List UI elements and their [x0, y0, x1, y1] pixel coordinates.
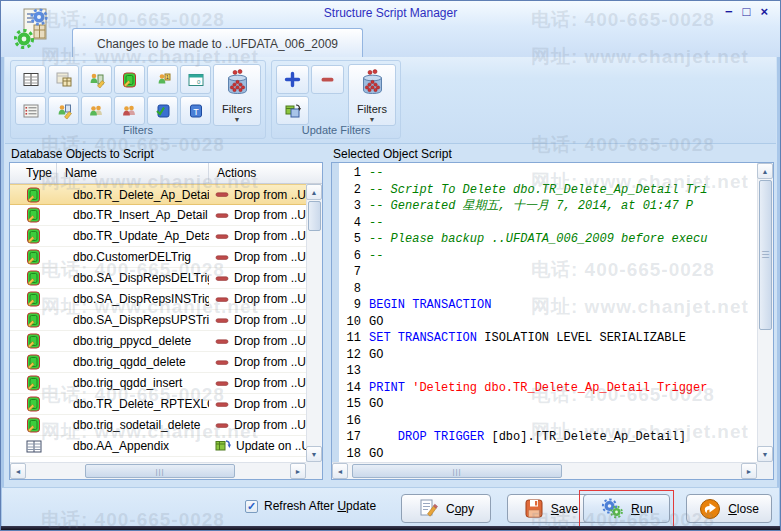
object-name: dbo.trig_qgdd_delete [57, 355, 209, 369]
update-filters-group: Filters ▼ Update Filters [271, 60, 401, 139]
user-add-filter-button[interactable]: 1 [147, 65, 178, 94]
code-line: 3-- Generated 星期五, 十一月 7, 2014, at 01:47… [339, 198, 757, 215]
table-horizontal-scrollbar[interactable]: ◄ ||| ► [10, 462, 306, 479]
object-name: dbo.SA_DispRepsDELTrig [57, 271, 209, 285]
scroll-down-arrow[interactable]: ▼ [306, 446, 322, 462]
line-number: 3 [339, 198, 361, 215]
table-row[interactable]: dbo.SA_DispRepsINSTrigDrop from ..U [10, 289, 308, 310]
tab-changes[interactable]: Changes to be made to ..UFDATA_006_2009 [72, 28, 363, 58]
view-edit-filter-button[interactable] [81, 65, 112, 94]
drop-action-icon [215, 421, 229, 430]
editor-vscroll-thumb[interactable]: ||| [759, 180, 772, 330]
cube-check-icon [155, 103, 171, 119]
users-filter-button[interactable] [81, 96, 112, 125]
trigger-type-icon [26, 187, 41, 203]
drop-action-icon [215, 316, 229, 325]
scroll-down-arrow[interactable]: ▼ [757, 446, 773, 462]
scroll-up-arrow[interactable]: ▲ [757, 163, 773, 179]
users-red-filter-button[interactable] [114, 96, 145, 125]
code-line: 1-- [339, 165, 757, 182]
table-row[interactable]: dbo.TR_Update_Ap_DetailDrop from ..U [10, 226, 308, 247]
action-label: Drop from ..U [234, 397, 306, 411]
line-number: 17 [339, 429, 361, 446]
drop-action-icon [215, 295, 229, 304]
table-new-filter-button[interactable] [48, 65, 79, 94]
cube-text-filter-button[interactable]: T [180, 96, 211, 125]
user-edit-filter-button[interactable] [48, 96, 79, 125]
tables-filter-button[interactable] [15, 65, 46, 94]
update-filters-dropdown-button[interactable]: Filters ▼ [348, 64, 396, 126]
object-name: dbo.SA_DispRepsINSTrig [57, 292, 209, 306]
column-header-actions[interactable]: Actions [209, 163, 322, 183]
table-row[interactable]: dbo.TR_Delete_Ap_DetailDrop from ..U [10, 184, 308, 205]
table-row[interactable]: dbo.CustomerDELTrigDrop from ..U [10, 247, 308, 268]
maximize-button[interactable]: □ [743, 4, 751, 20]
table-row[interactable]: dbo.trig_sodetail_deleteDrop from ..U [10, 415, 308, 436]
table-row[interactable]: dbo.TR_Insert_Ap_DetailDrop from ..U [10, 205, 308, 226]
line-number: 8 [339, 281, 361, 298]
tab-label: Changes to be made to ..UFDATA_006_2009 [97, 37, 338, 51]
table-row[interactable]: dbo.TR_Delete_RPTEXLC...Drop from ..U [10, 394, 308, 415]
close-button[interactable]: Close [686, 494, 772, 523]
scroll-up-arrow[interactable]: ▲ [306, 184, 322, 200]
add-update-filter-button[interactable] [276, 65, 309, 94]
table-vscroll-thumb[interactable] [308, 201, 321, 231]
scroll-left-arrow[interactable]: ◄ [332, 463, 348, 479]
filters-group: 10T Filters ▼ Filters [10, 60, 266, 139]
table-new-icon [56, 72, 72, 87]
cube-check-filter-button[interactable] [147, 96, 178, 125]
titlebar[interactable]: Structure Script Manager − □ × [1, 1, 780, 25]
list-filter-button[interactable] [15, 96, 46, 125]
script-editor[interactable]: 1--2-- Script To Delete dbo.TR_Delete_Ap… [331, 162, 774, 480]
table-vertical-scrollbar[interactable]: ▲ ▼ [306, 184, 322, 462]
table-row[interactable]: dbo.trig_qgdd_insertDrop from ..U [10, 373, 308, 394]
window-filter-button[interactable]: 0 [180, 65, 211, 94]
table-row[interactable]: dbo.trig_qgdd_deleteDrop from ..U [10, 352, 308, 373]
object-name: dbo.AA_Appendix [57, 439, 209, 453]
drop-action-icon [215, 190, 229, 199]
editor-horizontal-scrollbar[interactable]: ◄ ||| ► [332, 462, 757, 479]
table-row[interactable]: dbo.SA_DispRepsUPSTrigDrop from ..U [10, 310, 308, 331]
object-name: dbo.trig_ppycd_delete [57, 334, 209, 348]
database-objects-table[interactable]: Type Name Actions dbo.TR_Delete_Ap_Detai… [9, 162, 323, 480]
object-name: dbo.SA_DispRepsUPSTrig [57, 313, 209, 327]
code-line: 5-- Please backup ..UFDATA_006_2009 befo… [339, 231, 757, 248]
table-row[interactable]: dbo.trig_ppycd_deleteDrop from ..U [10, 331, 308, 352]
trigger-type-icon [26, 396, 41, 412]
table-row[interactable]: dbo.AA_AppendixUpdate on ..U [10, 436, 308, 457]
minimize-button[interactable]: − [725, 4, 733, 20]
scroll-right-arrow[interactable]: ► [290, 463, 306, 479]
window-bottom-edge [1, 526, 780, 530]
svg-text:1: 1 [166, 73, 169, 79]
action-label: Drop from ..U [234, 376, 306, 390]
copy-update-filter-button[interactable] [276, 96, 309, 125]
scroll-left-arrow[interactable]: ◄ [10, 463, 26, 479]
line-number: 6 [339, 248, 361, 265]
line-number: 16 [339, 413, 361, 430]
copy-button[interactable]: Copy [401, 494, 491, 523]
list-icon [23, 104, 39, 118]
code-line: 10GO [339, 314, 757, 331]
run-icon [600, 498, 624, 519]
table-row[interactable]: dbo.SA_DispRepsDELTrigDrop from ..U [10, 268, 308, 289]
save-icon [524, 498, 544, 519]
trigger-filter-button[interactable] [114, 65, 145, 94]
scroll-right-arrow[interactable]: ► [741, 463, 757, 479]
script-code-area[interactable]: 1--2-- Script To Delete dbo.TR_Delete_Ap… [339, 163, 757, 462]
close-window-button[interactable]: × [760, 4, 768, 20]
remove-update-filter-button[interactable] [311, 65, 344, 94]
column-header-name[interactable]: Name [57, 163, 209, 183]
trigger-type-icon [26, 270, 41, 286]
filters-dropdown-button[interactable]: Filters ▼ [213, 64, 261, 126]
editor-hscroll-thumb[interactable]: ||| [352, 464, 562, 478]
drop-action-icon [215, 274, 229, 283]
column-header-type[interactable]: Type [10, 163, 57, 183]
refresh-after-update-checkbox[interactable]: ✓ Refresh After Update [245, 499, 376, 513]
editor-vertical-scrollbar[interactable]: ▲ ||| ▼ [757, 163, 773, 462]
table-type-icon [26, 440, 42, 453]
table-hscroll-thumb[interactable]: ||| [85, 464, 235, 478]
code-line: 4-- [339, 215, 757, 232]
drop-action-icon [215, 337, 229, 346]
filters-db-icon [224, 69, 251, 101]
run-button[interactable]: Run [583, 494, 670, 523]
